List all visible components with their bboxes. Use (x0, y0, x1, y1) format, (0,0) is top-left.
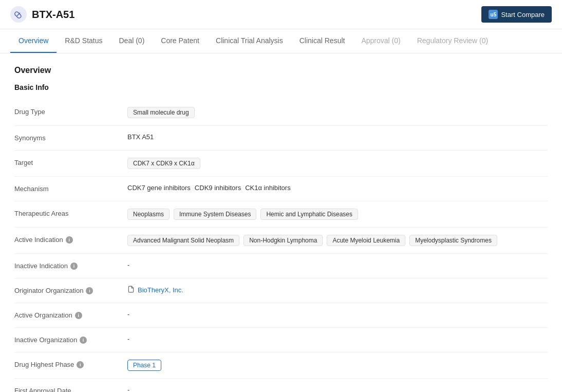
compare-icon: u5 (489, 10, 498, 19)
info-icon-active-indication[interactable]: i (66, 236, 73, 244)
row-drug-type: Drug Type Small molecule drug (14, 100, 548, 126)
tag-small-molecule: Small molecule drug (127, 107, 195, 118)
header: BTX-A51 u5 Start Compare (0, 0, 562, 29)
label-first-approval-date: First Approval Date (14, 386, 127, 392)
value-active-org: - (127, 310, 548, 318)
tab-rd-status[interactable]: R&D Status (57, 29, 110, 53)
start-compare-button[interactable]: u5 Start Compare (481, 6, 552, 23)
row-inactive-indication: Inactive Indication i - (14, 254, 548, 278)
text-synonyms: BTX A51 (127, 133, 154, 141)
label-therapeutic-areas: Therapeutic Areas (14, 209, 127, 217)
row-drug-highest-phase: Drug Highest Phase i Phase 1 (14, 352, 548, 379)
value-synonyms: BTX A51 (127, 133, 548, 141)
label-active-indication: Active Indication i (14, 235, 127, 244)
row-mechanism: Mechanism CDK7 gene inhibitors CDK9 inhi… (14, 177, 548, 201)
text-inactive-indication: - (127, 261, 129, 269)
drug-icon (10, 6, 27, 23)
row-inactive-org: Inactive Organization i - (14, 328, 548, 352)
value-originator-org: BioTheryX, Inc. (127, 286, 548, 294)
tag-target: CDK7 x CDK9 x CK1α (127, 158, 200, 169)
tag-hemic: Hemic and Lymphatic Diseases (260, 209, 358, 220)
text-inactive-org: - (127, 335, 129, 343)
tab-overview[interactable]: Overview (10, 29, 57, 53)
label-mechanism: Mechanism (14, 184, 127, 193)
tab-approval[interactable]: Approval (0) (353, 29, 408, 53)
tab-clinical-trial-analysis[interactable]: Clinical Trial Analysis (208, 29, 291, 53)
tab-core-patent[interactable]: Core Patent (153, 29, 208, 53)
info-icon-inactive-org[interactable]: i (80, 337, 87, 344)
info-icon-active-org[interactable]: i (75, 312, 82, 319)
value-inactive-indication: - (127, 261, 548, 269)
org-name: BioTheryX, Inc. (138, 286, 183, 294)
value-inactive-org: - (127, 335, 548, 343)
section-title: Overview (14, 66, 548, 75)
value-drug-type: Small molecule drug (127, 107, 548, 118)
tag-mds: Myelodysplastic Syndromes (409, 235, 497, 246)
label-active-org: Active Organization i (14, 310, 127, 319)
drug-title: BTX-A51 (32, 9, 74, 21)
tab-regulatory-review[interactable]: Regulatory Review (0) (409, 29, 497, 53)
row-synonyms: Synonyms BTX A51 (14, 126, 548, 151)
info-icon-drug-highest-phase[interactable]: i (77, 361, 84, 368)
label-target: Target (14, 158, 127, 166)
label-inactive-org: Inactive Organization i (14, 335, 127, 344)
org-link-bioiheryx[interactable]: BioTheryX, Inc. (127, 286, 183, 294)
text-active-org: - (127, 310, 129, 318)
mechanism-cdk7: CDK7 gene inhibitors (127, 184, 191, 192)
value-mechanism: CDK7 gene inhibitors CDK9 inhibitors CK1… (127, 184, 548, 192)
label-synonyms: Synonyms (14, 133, 127, 142)
text-first-approval-date: - (127, 386, 129, 392)
info-icon-originator-org[interactable]: i (86, 287, 93, 294)
tag-advanced-malignant: Advanced Malignant Solid Neoplasm (127, 235, 239, 246)
tag-phase1: Phase 1 (127, 360, 161, 371)
label-drug-type: Drug Type (14, 107, 127, 116)
mechanism-ck1: CK1α inhibitors (245, 184, 290, 192)
row-active-org: Active Organization i - (14, 303, 548, 328)
tab-clinical-result[interactable]: Clinical Result (291, 29, 353, 53)
tag-neoplasms: Neoplasms (127, 209, 170, 220)
tag-aml: Acute Myeloid Leukemia (327, 235, 405, 246)
row-therapeutic-areas: Therapeutic Areas Neoplasms Immune Syste… (14, 201, 548, 228)
value-drug-highest-phase: Phase 1 (127, 360, 548, 371)
value-therapeutic-areas: Neoplasms Immune System Diseases Hemic a… (127, 209, 548, 220)
tab-deal[interactable]: Deal (0) (111, 29, 153, 53)
row-first-approval-date: First Approval Date - (14, 379, 548, 392)
nav-tabs: Overview R&D Status Deal (0) Core Patent… (0, 29, 562, 53)
row-originator-org: Originator Organization i BioTheryX, Inc… (14, 278, 548, 303)
svg-line-0 (17, 13, 20, 15)
basic-info-title: Basic Info (14, 83, 548, 91)
value-target: CDK7 x CDK9 x CK1α (127, 158, 548, 169)
label-inactive-indication: Inactive Indication i (14, 261, 127, 270)
value-first-approval-date: - (127, 386, 548, 392)
label-drug-highest-phase: Drug Highest Phase i (14, 360, 127, 368)
row-target: Target CDK7 x CDK9 x CK1α (14, 151, 548, 177)
tag-non-hodgkin: Non-Hodgkin Lymphoma (243, 235, 323, 246)
row-active-indication: Active Indication i Advanced Malignant S… (14, 228, 548, 254)
label-originator-org: Originator Organization i (14, 286, 127, 294)
tag-immune-system: Immune System Diseases (174, 209, 256, 220)
main-content: Overview Basic Info Drug Type Small mole… (0, 53, 562, 392)
org-doc-icon (127, 286, 135, 294)
mechanism-cdk9: CDK9 inhibitors (195, 184, 241, 192)
value-active-indication: Advanced Malignant Solid Neoplasm Non-Ho… (127, 235, 548, 246)
header-left: BTX-A51 (10, 6, 74, 23)
info-icon-inactive-indication[interactable]: i (70, 263, 78, 270)
